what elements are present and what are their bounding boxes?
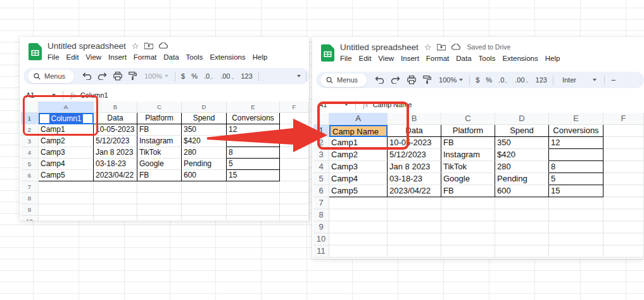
cell-D4[interactable]: 280 [495,161,549,173]
menu-tools[interactable]: Tools [479,55,496,62]
cell-B5[interactable]: 03-18-23 [94,159,137,170]
cell[interactable] [549,245,603,258]
row-number[interactable]: 8 [21,193,39,204]
menu-view[interactable]: View [85,53,101,61]
cell[interactable] [94,193,137,204]
cell-A6[interactable]: Camp5 [39,170,94,181]
document-title[interactable]: Untitled spreadsheet [340,42,419,52]
cell[interactable] [549,221,603,233]
cell-E6[interactable]: 15 [227,170,280,181]
cell-C3[interactable]: Instagram [441,149,495,161]
cell-F5[interactable] [603,173,644,185]
menus-search-button[interactable]: Menus [28,70,74,83]
star-icon[interactable]: ☆ [132,42,139,50]
redo-button[interactable] [388,73,403,87]
column-header-E[interactable]: E [227,101,280,113]
cell-C4[interactable]: TikTok [137,147,182,159]
row-number[interactable]: 10 [313,233,329,245]
cell-F6[interactable] [603,185,644,197]
cell-C1[interactable]: Platform [137,113,182,124]
cell[interactable] [329,209,388,221]
menu-view[interactable]: View [378,55,394,62]
cell-D5[interactable]: Pending [182,159,227,170]
cell-B6[interactable]: 2023/04/22 [388,185,441,197]
cell[interactable] [137,181,182,193]
cell[interactable] [280,193,309,204]
document-title[interactable]: Untitled spreadsheet [47,41,126,51]
cell-E5[interactable]: 5 [549,173,603,185]
increase-decimal-button[interactable]: .00→ [217,72,237,80]
cell[interactable] [441,197,495,209]
row-number[interactable]: 9 [313,221,329,233]
cloud-icon[interactable] [451,44,461,50]
cell[interactable] [182,193,227,204]
cell[interactable] [329,245,388,258]
chevron-down-icon[interactable] [297,75,301,77]
saved-status[interactable]: Saved to Drive [467,43,510,51]
row-number[interactable]: 6 [313,185,329,197]
cell[interactable] [441,209,495,221]
cell-C1[interactable]: Platform [441,125,495,137]
cell-D2[interactable]: 350 [495,137,549,149]
cell[interactable] [388,233,441,245]
row-number[interactable]: 4 [313,161,329,173]
number-format-button[interactable]: 123 [533,76,550,84]
cell[interactable] [495,209,549,221]
cloud-icon[interactable] [159,42,168,49]
cell[interactable] [495,221,549,233]
menu-data[interactable]: Data [163,53,179,61]
cell[interactable] [388,221,441,233]
cell-F2[interactable] [603,137,644,149]
cell-A5[interactable]: Camp4 [329,173,388,185]
cell-D6[interactable]: 600 [495,185,549,197]
cell[interactable] [137,216,182,221]
column-header-F[interactable]: F [280,101,309,113]
menu-format[interactable]: Format [134,53,156,61]
menu-extensions[interactable]: Extensions [210,53,245,61]
cell-C4[interactable]: TikTok [441,161,495,173]
column-header-F[interactable]: F [603,113,644,125]
column-header-D[interactable]: D [495,113,549,125]
cell-E1[interactable]: Conversions [549,125,603,137]
menus-search-button[interactable]: Menus [320,74,367,87]
cell-E3[interactable] [549,149,603,161]
font-selector[interactable]: Inter [556,76,602,84]
cell-A3[interactable]: Camp2 [329,149,388,161]
print-icon[interactable] [110,69,125,83]
menu-help[interactable]: Help [545,55,560,62]
menu-edit[interactable]: Edit [359,55,372,62]
cell-E4[interactable]: 8 [549,161,603,173]
cell-F1[interactable] [603,125,644,137]
cell[interactable] [39,204,94,216]
cell-B6[interactable]: 2023/04/22 [94,170,137,181]
cell[interactable] [388,209,441,221]
cell[interactable] [39,216,94,221]
menu-insert[interactable]: Insert [401,55,419,62]
menu-format[interactable]: Format [426,55,449,62]
decrease-decimal-button[interactable]: .0← [495,76,512,84]
cell-B4[interactable]: Jan 8 2023 [94,147,137,159]
column-header-C[interactable]: C [441,113,495,125]
zoom-selector[interactable]: 100% [141,72,172,80]
sheets-logo-icon[interactable] [321,44,334,62]
decrease-font-size-button[interactable]: − [607,75,616,85]
column-header-B[interactable]: B [94,101,137,113]
undo-button[interactable] [372,73,388,87]
cell-A3[interactable]: Camp2 [39,136,94,147]
cell[interactable] [441,233,495,245]
cell[interactable] [441,245,495,258]
cell[interactable] [329,221,388,233]
cell-D6[interactable]: 600 [182,170,227,181]
row-number[interactable]: 7 [21,181,39,193]
row-number[interactable]: 7 [313,197,329,209]
cell-C5[interactable]: Google [137,159,182,170]
menu-file[interactable]: File [340,55,352,62]
cell-E2[interactable]: 12 [549,137,603,149]
cell[interactable] [495,245,549,258]
menu-insert[interactable]: Insert [108,53,127,61]
undo-button[interactable] [79,69,94,83]
row-number[interactable]: 4 [21,147,39,159]
cell-E5[interactable]: 5 [227,159,280,170]
cell-D5[interactable]: Pending [495,173,549,185]
row-number[interactable]: 8 [313,209,329,221]
